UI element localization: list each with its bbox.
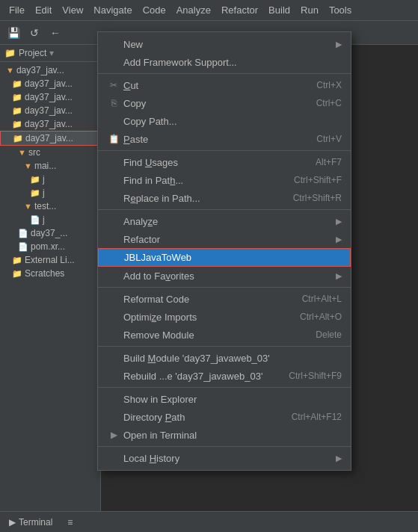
tree-item-3[interactable]: 📁 day37_jav... bbox=[0, 104, 100, 117]
cm-find-usages-label: Find Usages bbox=[123, 157, 301, 168]
tree-item-15[interactable]: 📁 Scratches bbox=[0, 267, 100, 280]
tree-item-9[interactable]: 📁 j bbox=[0, 186, 100, 200]
menu-file[interactable]: File bbox=[4, 3, 29, 17]
cm-reformat-code[interactable]: Reformat Code Ctrl+Alt+L bbox=[98, 290, 351, 308]
cut-shortcut: Ctrl+X bbox=[316, 80, 342, 90]
paste-shortcut: Ctrl+V bbox=[316, 134, 342, 144]
cm-copy-path[interactable]: Copy Path... bbox=[98, 112, 351, 130]
main-area: 📁 Project ▾ ▼ day37_jav... 📁 day37_jav..… bbox=[0, 45, 418, 511]
folder-icon: 📁 bbox=[12, 93, 22, 102]
cm-optimize-label: Optimize Imports bbox=[123, 312, 285, 323]
cm-new-label: New bbox=[123, 39, 333, 50]
cut-icon: ✂ bbox=[107, 80, 120, 90]
tree-item-4[interactable]: 📁 day37_jav... bbox=[0, 117, 100, 131]
folder-icon: 📁 bbox=[12, 79, 22, 89]
cm-jbl-java-to-web[interactable]: JBLJavaToWeb bbox=[98, 248, 351, 267]
menu-analyze[interactable]: Analyze bbox=[172, 3, 215, 17]
cm-local-history[interactable]: Local History ▶ bbox=[98, 449, 351, 467]
tree-item-2[interactable]: 📁 day37_jav... bbox=[0, 90, 100, 104]
cm-optimize-imports[interactable]: Optimize Imports Ctrl+Alt+O bbox=[98, 308, 351, 326]
tree-label: j bbox=[43, 174, 45, 185]
rebuild-shortcut: Ctrl+Shift+F9 bbox=[289, 371, 342, 381]
remove-shortcut: Delete bbox=[316, 330, 342, 340]
cm-add-framework[interactable]: Add Framework Support... bbox=[98, 53, 351, 71]
menu-navigate[interactable]: Navigate bbox=[89, 3, 136, 17]
tree-item-10[interactable]: ▼ test... bbox=[0, 200, 100, 213]
menu-view[interactable]: View bbox=[58, 3, 87, 17]
sidebar: 📁 Project ▾ ▼ day37_jav... 📁 day37_jav..… bbox=[0, 45, 101, 511]
tree-item-11[interactable]: 📄 j bbox=[0, 213, 100, 226]
cm-rebuild[interactable]: Rebuild ...e 'day37_javaweb_03' Ctrl+Shi… bbox=[98, 367, 351, 385]
directory-shortcut: Ctrl+Alt+F12 bbox=[292, 412, 342, 422]
cm-add-to-favorites[interactable]: Add to Favorites ▶ bbox=[98, 267, 351, 285]
tree-item-5[interactable]: 📁 day37_jav... bbox=[0, 131, 100, 146]
cm-directory-path[interactable]: Directory Path Ctrl+Alt+F12 bbox=[98, 408, 351, 426]
tree-label: External Li... bbox=[25, 255, 75, 265]
project-header[interactable]: 📁 Project ▾ bbox=[0, 45, 100, 62]
toolbar-refresh-btn[interactable]: ↺ bbox=[25, 24, 43, 42]
tree-label: test... bbox=[34, 201, 56, 211]
folder-icon: ▼ bbox=[6, 66, 14, 75]
tree-item-8[interactable]: 📁 j bbox=[0, 173, 100, 186]
tree-item-13[interactable]: 📄 pom.xr... bbox=[0, 240, 100, 253]
terminal-label: Terminal bbox=[19, 517, 52, 528]
tree-label: day37_jav... bbox=[25, 78, 73, 89]
arrow-icon-refactor: ▶ bbox=[336, 235, 342, 244]
folder-icon: 📁 bbox=[13, 134, 23, 143]
menu-code[interactable]: Code bbox=[138, 3, 170, 17]
tree-label: Scratches bbox=[25, 268, 64, 279]
menu-run[interactable]: Run bbox=[296, 3, 323, 17]
tree-item-0[interactable]: ▼ day37_jav... bbox=[0, 64, 100, 77]
separator-6 bbox=[98, 387, 351, 388]
cm-jbl-label: JBLJavaToWeb bbox=[124, 252, 341, 263]
cm-open-in-terminal[interactable]: ▶ Open in Terminal bbox=[98, 426, 351, 444]
cm-remove-module[interactable]: Remove Module Delete bbox=[98, 326, 351, 344]
cm-cut[interactable]: ✂ Cut Ctrl+X bbox=[98, 76, 351, 94]
cm-rebuild-label: Rebuild ...e 'day37_javaweb_03' bbox=[123, 371, 274, 382]
terminal-tab[interactable]: ▶ Terminal bbox=[4, 516, 57, 529]
copy-icon: ⎘ bbox=[107, 98, 120, 108]
tree-item-6[interactable]: ▼ src bbox=[0, 146, 100, 159]
tree-item-1[interactable]: 📁 day37_jav... bbox=[0, 77, 100, 90]
cm-find-usages[interactable]: Find Usages Alt+F7 bbox=[98, 153, 351, 171]
cm-paste[interactable]: 📋 Paste Ctrl+V bbox=[98, 130, 351, 148]
tree-item-12[interactable]: 📄 day37_... bbox=[0, 226, 100, 240]
separator-1 bbox=[98, 73, 351, 74]
cm-find-in-path-label: Find in Path... bbox=[123, 175, 279, 186]
cm-replace-in-path[interactable]: Replace in Path... Ctrl+Shift+R bbox=[98, 189, 351, 207]
cm-build-label: Build Module 'day37_javaweb_03' bbox=[123, 353, 342, 364]
cm-copy-path-label: Copy Path... bbox=[123, 116, 342, 127]
folder-icon: 📁 bbox=[30, 175, 40, 185]
cm-analyze[interactable]: Analyze ▶ bbox=[98, 212, 351, 230]
cm-show-in-explorer[interactable]: Show in Explorer bbox=[98, 390, 351, 408]
cm-refactor[interactable]: Refactor ▶ bbox=[98, 230, 351, 248]
folder-icon: 📁 bbox=[30, 188, 40, 198]
optimize-shortcut: Ctrl+Alt+O bbox=[300, 312, 342, 322]
project-tree: ▼ day37_jav... 📁 day37_jav... 📁 day37_ja… bbox=[0, 62, 100, 282]
cm-copy[interactable]: ⎘ Copy Ctrl+C bbox=[98, 94, 351, 112]
tree-item-7[interactable]: ▼ mai... bbox=[0, 159, 100, 173]
toolbar-back-btn[interactable]: ← bbox=[46, 24, 64, 42]
menu-tab[interactable]: ≡ bbox=[63, 516, 77, 529]
cm-build-module[interactable]: Build Module 'day37_javaweb_03' bbox=[98, 349, 351, 367]
project-label: Project bbox=[19, 48, 46, 58]
tree-label: day37_jav... bbox=[16, 65, 64, 75]
replace-in-path-shortcut: Ctrl+Shift+R bbox=[293, 193, 342, 203]
toolbar-save-btn[interactable]: 💾 bbox=[4, 24, 22, 42]
cm-analyze-label: Analyze bbox=[123, 216, 333, 227]
terminal-icon: ▶ bbox=[9, 517, 16, 528]
cm-new[interactable]: New ▶ bbox=[98, 35, 351, 53]
menu-build[interactable]: Build bbox=[264, 3, 295, 17]
find-in-path-shortcut: Ctrl+Shift+F bbox=[294, 175, 342, 185]
cm-find-in-path[interactable]: Find in Path... Ctrl+Shift+F bbox=[98, 171, 351, 189]
folder-icon: ▼ bbox=[18, 148, 26, 157]
copy-shortcut: Ctrl+C bbox=[316, 98, 342, 108]
tree-item-14[interactable]: 📁 External Li... bbox=[0, 253, 100, 267]
paste-icon: 📋 bbox=[107, 134, 120, 144]
folder-icon: 📁 bbox=[12, 269, 22, 279]
menu-tools[interactable]: Tools bbox=[325, 3, 356, 17]
menu-refactor[interactable]: Refactor bbox=[217, 3, 262, 17]
cm-paste-label: Paste bbox=[123, 134, 301, 145]
menu-edit[interactable]: Edit bbox=[31, 3, 56, 17]
cm-directory-label: Directory Path bbox=[123, 412, 277, 423]
